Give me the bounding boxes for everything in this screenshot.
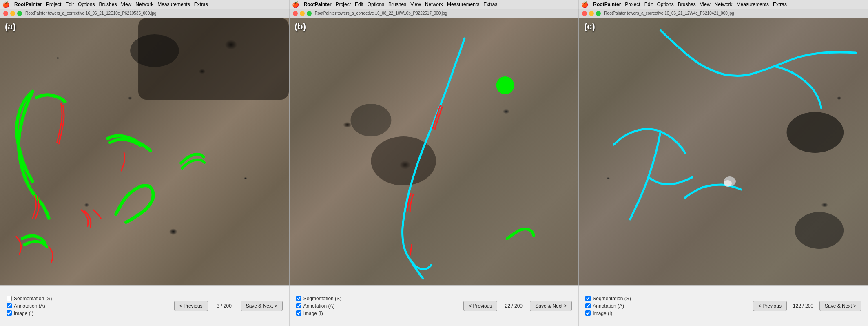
previous-button-b[interactable]: < Previous [463,301,497,311]
canvas-svg-c [579,18,868,285]
page-indicator-b: 22 / 200 [501,303,526,309]
canvas-bg-a: (a) [0,18,289,285]
image-label-a: Image (I) [14,310,33,316]
menu-project-1[interactable]: Project [46,2,61,7]
checkboxes-b: Segmentation (S) Annotation (A) Image (I… [296,296,341,316]
image-checkbox-c[interactable]: Image (I) [585,310,631,316]
close-button-b[interactable] [293,11,298,16]
window-title-c: RootPainter towers_a_corrective 16_06_21… [604,11,734,16]
image-checkbox-a[interactable]: Image (I) [7,310,52,316]
segmentation-checkbox-c[interactable]: Segmentation (S) [585,296,631,301]
menu-options-3[interactable]: Options [657,2,673,7]
panel-label-a: (a) [5,21,16,32]
traffic-lights-c [582,11,601,16]
save-next-button-c[interactable]: Save & Next > [819,301,861,311]
titlebar-c: RootPainter towers_a_corrective 16_06_21… [579,9,868,18]
menu-measurements-1[interactable]: Measurements [157,2,190,7]
segmentation-checkbox-a[interactable]: Segmentation (S) [7,296,52,301]
menu-edit-2[interactable]: Edit [355,2,363,7]
image-label-b: Image (I) [303,310,323,316]
menu-brushes-3[interactable]: Brushes [678,2,696,7]
maximize-button-b[interactable] [307,11,312,16]
annotation-label-b: Annotation (A) [303,303,335,309]
image-input-c[interactable] [585,310,591,316]
minimize-button-b[interactable] [300,11,305,16]
menu-brushes-1[interactable]: Brushes [99,2,117,7]
segmentation-label-c: Segmentation (S) [593,296,631,301]
menu-extras-3[interactable]: Extras [773,2,787,7]
segmentation-input-c[interactable] [585,296,591,301]
titlebar-row: RootPainter towers_a_corrective 16_06_21… [0,9,868,18]
image-input-a[interactable] [7,310,12,316]
traffic-lights-a [3,11,22,16]
menu-network-3[interactable]: Network [715,2,733,7]
annotation-input-a[interactable] [7,303,12,308]
annotation-input-c[interactable] [585,303,591,308]
canvas-panel-c[interactable]: (c) [579,18,868,285]
minimize-button-c[interactable] [589,11,594,16]
apple-icon-3[interactable]: 🍎 [581,1,588,8]
canvas-svg-a [0,18,289,285]
controls-row: Segmentation (S) Annotation (A) Image (I… [0,285,868,326]
minimize-button-a[interactable] [10,11,15,16]
svg-point-2 [371,136,436,185]
panel-label-c: (c) [584,21,595,32]
main-area: (a) [0,18,868,285]
segmentation-checkbox-b[interactable]: Segmentation (S) [296,296,341,301]
annotation-input-b[interactable] [296,303,301,308]
previous-button-c[interactable]: < Previous [753,301,787,311]
menu-project-2[interactable]: Project [336,2,351,7]
app-name-1: RootPainter [14,2,42,7]
menu-edit-3[interactable]: Edit [644,2,653,7]
traffic-lights-b [293,11,312,16]
menu-view-1[interactable]: View [121,2,131,7]
close-button-c[interactable] [582,11,587,16]
canvas-svg-b [290,18,578,285]
checkboxes-a: Segmentation (S) Annotation (A) Image (I… [7,296,52,316]
image-checkbox-b[interactable]: Image (I) [296,310,341,316]
menu-network-1[interactable]: Network [135,2,153,7]
canvas-panel-a[interactable]: (a) [0,18,290,285]
canvas-panel-b[interactable]: (b) [290,18,579,285]
save-next-button-a[interactable]: Save & Next > [241,301,283,311]
menu-measurements-2[interactable]: Measurements [447,2,479,7]
save-next-button-b[interactable]: Save & Next > [530,301,572,311]
window-title-a: RootPainter towers_a_corrective 16_06_21… [25,11,156,16]
menu-brushes-2[interactable]: Brushes [388,2,406,7]
page-indicator-a: 3 / 200 [212,303,237,309]
apple-icon[interactable]: 🍎 [2,1,9,8]
annotation-checkbox-a[interactable]: Annotation (A) [7,303,52,309]
menu-edit-1[interactable]: Edit [65,2,74,7]
segmentation-input-a[interactable] [7,296,12,301]
image-input-b[interactable] [296,310,301,316]
menu-extras-1[interactable]: Extras [194,2,208,7]
svg-point-1 [130,34,179,67]
annotation-checkbox-b[interactable]: Annotation (A) [296,303,341,309]
page-indicator-c: 122 / 200 [791,303,815,309]
menu-measurements-3[interactable]: Measurements [737,2,769,7]
panel-label-b: (b) [294,21,306,32]
menubar-section-1: 🍎 RootPainter Project Edit Options Brush… [0,0,290,9]
maximize-button-a[interactable] [17,11,22,16]
maximize-button-c[interactable] [596,11,601,16]
menu-network-2[interactable]: Network [425,2,443,7]
previous-button-a[interactable]: < Previous [174,301,208,311]
menu-options-2[interactable]: Options [368,2,384,7]
svg-point-5 [787,112,844,153]
menu-view-2[interactable]: View [410,2,421,7]
menu-extras-2[interactable]: Extras [483,2,497,7]
window-title-b: RootPainter towers_a_corrective 16_08_22… [315,11,447,16]
segmentation-input-b[interactable] [296,296,301,301]
controls-section-b: Segmentation (S) Annotation (A) Image (I… [290,286,579,326]
apple-icon-2[interactable]: 🍎 [292,1,299,8]
menu-project-3[interactable]: Project [625,2,640,7]
menu-view-3[interactable]: View [700,2,711,7]
menubar-section-3: 🍎 RootPainter Project Edit Options Brush… [579,0,868,9]
annotation-checkbox-c[interactable]: Annotation (A) [585,303,631,309]
close-button-a[interactable] [3,11,8,16]
nav-controls-a: < Previous 3 / 200 Save & Next > [174,301,283,311]
nav-controls-b: < Previous 22 / 200 Save & Next > [463,301,572,311]
app-name-2: RootPainter [304,2,332,7]
menu-options-1[interactable]: Options [78,2,95,7]
app-name-3: RootPainter [593,2,621,7]
